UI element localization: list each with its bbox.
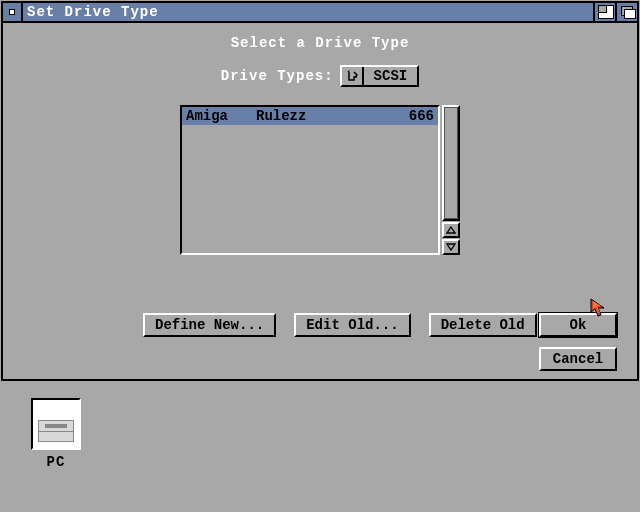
scroll-up-button[interactable] — [442, 222, 460, 238]
scroll-track[interactable] — [442, 105, 460, 221]
drive-list[interactable]: Amiga Rulezz 666 — [180, 105, 440, 255]
cancel-button[interactable]: Cancel — [539, 347, 617, 371]
desktop-drive-icon[interactable]: PC — [28, 398, 84, 470]
drive-list-wrap: Amiga Rulezz 666 — [180, 105, 460, 255]
close-gadget[interactable] — [3, 3, 23, 21]
dialog-client: Select a Drive Type Drive Types: SCSI Am… — [3, 23, 637, 379]
list-scrollbar — [442, 105, 460, 255]
edit-old-button[interactable]: Edit Old... — [294, 313, 410, 337]
list-col-1: Amiga — [186, 108, 256, 124]
set-drive-type-window: Set Drive Type Select a Drive Type Drive… — [1, 1, 639, 381]
chevron-down-icon — [446, 243, 456, 251]
list-item[interactable]: Amiga Rulezz 666 — [182, 107, 438, 125]
drive-types-label: Drive Types: — [221, 68, 334, 84]
scroll-thumb[interactable] — [444, 107, 458, 219]
delete-old-button[interactable]: Delete Old — [429, 313, 537, 337]
drive-type-cycle[interactable]: SCSI — [340, 65, 420, 87]
depth-gadget[interactable] — [615, 3, 637, 21]
titlebar[interactable]: Set Drive Type — [3, 3, 637, 23]
cycle-icon — [342, 67, 364, 85]
chevron-up-icon — [446, 226, 456, 234]
drive-icon — [31, 398, 81, 450]
drive-type-value: SCSI — [364, 67, 418, 85]
desktop-icon-label: PC — [28, 454, 84, 470]
list-col-3: 666 — [394, 108, 434, 124]
define-new-button[interactable]: Define New... — [143, 313, 276, 337]
scroll-down-button[interactable] — [442, 239, 460, 255]
drive-types-row: Drive Types: SCSI — [23, 65, 617, 87]
ok-button[interactable]: Ok — [539, 313, 617, 337]
list-col-2: Rulezz — [256, 108, 394, 124]
window-title: Set Drive Type — [23, 4, 593, 20]
dialog-heading: Select a Drive Type — [23, 35, 617, 51]
zoom-gadget[interactable] — [593, 3, 615, 21]
